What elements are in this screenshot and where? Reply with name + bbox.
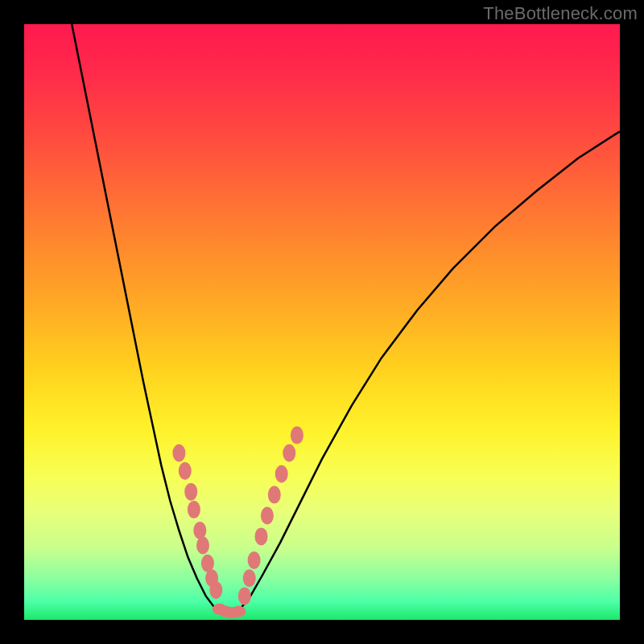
- marker-dot: [172, 444, 185, 462]
- marker-dot: [231, 606, 246, 617]
- markers-bottom-cluster: [213, 604, 246, 618]
- marker-dot: [275, 465, 288, 483]
- marker-dot: [291, 427, 303, 444]
- watermark-text: TheBottleneck.com: [483, 3, 638, 24]
- marker-dot: [184, 483, 197, 501]
- marker-dot: [196, 537, 209, 555]
- plot-area: [24, 24, 620, 620]
- bottleneck-curve: [24, 24, 620, 620]
- marker-dot: [209, 581, 222, 599]
- marker-dot: [188, 501, 200, 518]
- marker-dot: [238, 587, 251, 605]
- marker-dot: [248, 551, 261, 569]
- marker-dot: [179, 462, 192, 480]
- marker-dot: [193, 522, 206, 539]
- curve-line: [72, 24, 620, 614]
- marker-dot: [283, 444, 295, 462]
- marker-dot: [255, 527, 268, 545]
- marker-dot: [243, 569, 256, 587]
- markers-left-cluster: [172, 444, 222, 599]
- marker-dot: [261, 507, 274, 525]
- marker-dot: [268, 486, 281, 504]
- outer-frame: TheBottleneck.com: [0, 0, 644, 644]
